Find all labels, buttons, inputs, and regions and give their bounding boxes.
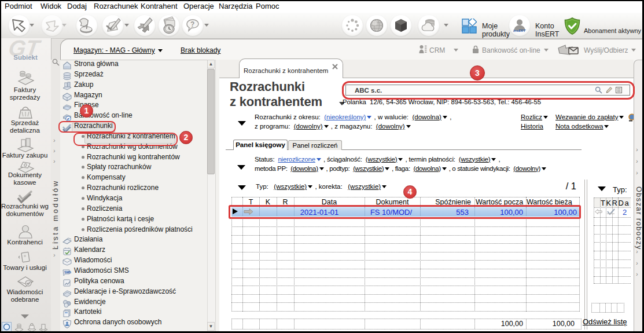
svg-text:SMS: SMS (64, 270, 71, 274)
svg-text:?: ? (190, 20, 194, 28)
svg-text:InsERT: InsERT (513, 28, 526, 32)
